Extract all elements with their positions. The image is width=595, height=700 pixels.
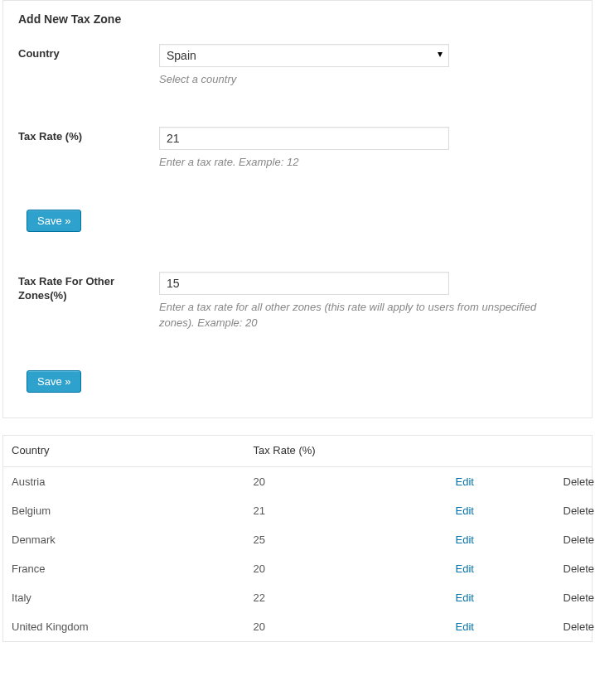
country-select[interactable]: Spain [159, 44, 449, 67]
header-country: Country [3, 435, 245, 466]
tax-rate-input[interactable] [159, 127, 449, 150]
delete-link[interactable]: Delete [564, 620, 595, 633]
delete-link[interactable]: Delete [564, 591, 595, 604]
tax-zones-table: Country Tax Rate (%) Austria20EditDelete… [2, 435, 593, 642]
cell-country: Italy [3, 583, 245, 612]
edit-link[interactable]: Edit [456, 533, 474, 546]
other-zones-label: Tax Rate For Other Zones(%) [18, 272, 159, 303]
other-zones-field: Enter a tax rate for all other zones (th… [159, 272, 577, 330]
add-tax-zone-panel: Add New Tax Zone Country Spain Select a … [2, 0, 593, 418]
delete-link[interactable]: Delete [564, 476, 595, 488]
header-edit [447, 435, 555, 466]
country-label: Country [18, 44, 159, 61]
tax-rate-field: Enter a tax rate. Example: 12 [159, 127, 577, 170]
cell-country: Denmark [3, 525, 245, 554]
cell-country: United Kingdom [3, 612, 245, 642]
cell-edit: Edit [447, 583, 555, 612]
cell-edit: Edit [447, 496, 555, 525]
cell-edit: Edit [447, 525, 555, 554]
cell-country: France [3, 554, 245, 583]
cell-delete: Delete [555, 554, 593, 583]
other-zones-input[interactable] [159, 272, 449, 295]
cell-delete: Delete [555, 525, 593, 554]
other-zones-row: Tax Rate For Other Zones(%) Enter a tax … [18, 272, 577, 330]
cell-delete: Delete [555, 496, 593, 525]
cell-rate: 21 [245, 496, 447, 525]
header-delete [555, 435, 593, 466]
table-row: France20EditDelete [3, 554, 593, 583]
edit-link[interactable]: Edit [456, 591, 474, 604]
cell-delete: Delete [555, 583, 593, 612]
tax-rate-helper: Enter a tax rate. Example: 12 [159, 155, 557, 170]
cell-edit: Edit [447, 554, 555, 583]
cell-rate: 20 [245, 612, 447, 642]
tax-rate-label: Tax Rate (%) [18, 127, 159, 144]
country-field: Spain Select a country [159, 44, 577, 87]
panel-title: Add New Tax Zone [18, 12, 577, 26]
cell-rate: 25 [245, 525, 447, 554]
country-helper: Select a country [159, 72, 557, 87]
tax-rate-row: Tax Rate (%) Enter a tax rate. Example: … [18, 127, 577, 170]
table-body: Austria20EditDeleteBelgium21EditDeleteDe… [3, 466, 593, 641]
cell-delete: Delete [555, 612, 593, 642]
table-row: Denmark25EditDelete [3, 525, 593, 554]
table-row: Austria20EditDelete [3, 466, 593, 496]
edit-link[interactable]: Edit [456, 504, 474, 517]
delete-link[interactable]: Delete [564, 562, 595, 575]
edit-link[interactable]: Edit [456, 476, 474, 488]
delete-link[interactable]: Delete [564, 533, 595, 546]
delete-link[interactable]: Delete [564, 504, 595, 517]
cell-rate: 22 [245, 583, 447, 612]
cell-edit: Edit [447, 612, 555, 642]
save-button-2[interactable]: Save » [27, 370, 81, 393]
table-row: Italy22EditDelete [3, 583, 593, 612]
save-button[interactable]: Save » [27, 210, 81, 232]
edit-link[interactable]: Edit [456, 562, 474, 575]
other-zones-helper: Enter a tax rate for all other zones (th… [159, 300, 557, 330]
table-row: United Kingdom20EditDelete [3, 612, 593, 642]
cell-country: Austria [3, 466, 245, 496]
cell-delete: Delete [555, 466, 593, 496]
header-rate: Tax Rate (%) [245, 435, 447, 466]
cell-edit: Edit [447, 466, 555, 496]
country-row: Country Spain Select a country [18, 44, 577, 87]
cell-rate: 20 [245, 554, 447, 583]
table-head: Country Tax Rate (%) [3, 435, 593, 466]
cell-rate: 20 [245, 466, 447, 496]
cell-country: Belgium [3, 496, 245, 525]
edit-link[interactable]: Edit [456, 620, 474, 633]
table-row: Belgium21EditDelete [3, 496, 593, 525]
